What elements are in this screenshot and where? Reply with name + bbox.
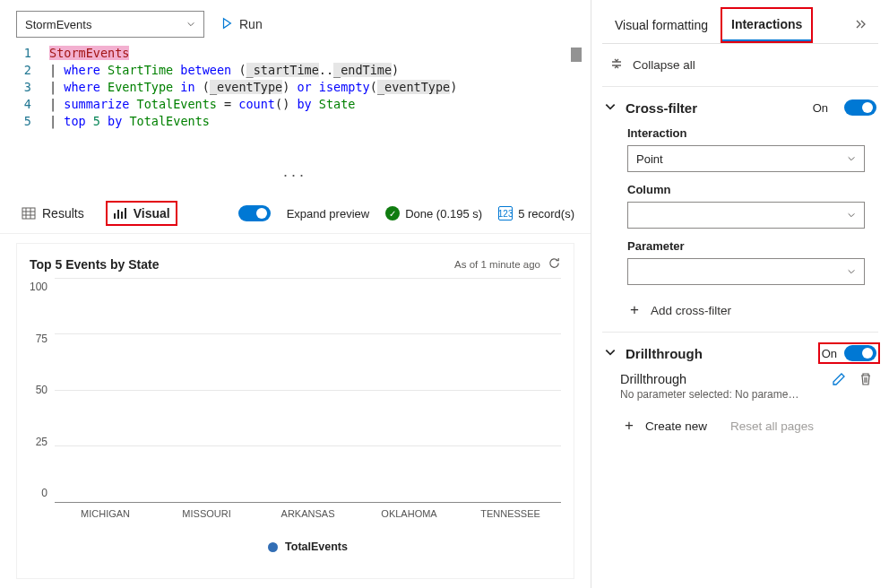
run-label: Run	[239, 17, 263, 31]
highlight-box: On	[818, 342, 880, 364]
item-title: Drillthrough	[620, 372, 824, 386]
add-cross-filter-button[interactable]: + Add cross-filter	[627, 301, 878, 319]
line-number: 4	[9, 96, 49, 113]
chart-title: Top 5 Events by State	[30, 257, 159, 272]
chart-asof: As of 1 minute ago	[454, 256, 561, 272]
records-text: 5 record(s)	[518, 207, 574, 220]
plus-icon: +	[622, 417, 636, 435]
x-axis-label: ARKANSAS	[257, 508, 358, 519]
right-panel: Visual formatting Interactions Collapse …	[591, 0, 889, 588]
editor-scrollbar[interactable]	[571, 48, 582, 62]
table-icon	[22, 206, 36, 220]
tab-label: Results	[42, 206, 84, 220]
item-subtitle: No parameter selected: No parameter...	[620, 388, 799, 401]
x-axis-label: MICHIGAN	[55, 508, 156, 519]
line-number: 5	[9, 113, 49, 130]
run-button[interactable]: Run	[220, 17, 263, 32]
field-label: Parameter	[627, 239, 878, 253]
tab-visual-formatting[interactable]: Visual formatting	[606, 10, 717, 40]
tab-visual[interactable]: Visual	[108, 203, 176, 224]
field-label: Column	[627, 183, 878, 196]
create-new-button[interactable]: + Create new	[622, 417, 707, 435]
field-label: Interaction	[627, 126, 878, 140]
code-text: | summarize TotalEvents = count() by Sta…	[49, 96, 355, 113]
scope-value: StormEvents	[25, 18, 91, 31]
resize-handle-icon[interactable]: ···	[9, 166, 582, 185]
section-drillthrough: Drillthrough On Drillthrough No paramete…	[602, 332, 878, 447]
reset-pages-button[interactable]: Reset all pages	[730, 419, 814, 433]
drillthrough-item: Drillthrough No parameter selected: No p…	[620, 372, 878, 401]
parameter-dropdown[interactable]	[627, 258, 865, 285]
tab-results[interactable]: Results	[16, 203, 90, 224]
chevron-down-icon	[847, 154, 856, 163]
code-text: StormEvents	[49, 45, 129, 62]
line-number: 1	[9, 45, 49, 62]
line-number: 2	[9, 62, 49, 79]
tab-label: Visual	[134, 206, 170, 220]
plot	[55, 279, 561, 503]
refresh-icon[interactable]	[548, 256, 561, 272]
section-title: Drillthrough	[626, 346, 813, 361]
chart-card: Top 5 Events by State As of 1 minute ago…	[16, 243, 574, 579]
interaction-dropdown[interactable]: Point	[627, 145, 865, 172]
y-axis: 100 75 50 25 0	[30, 281, 55, 499]
section-cross-filter: Cross-filter On Interaction Point Column…	[602, 86, 878, 332]
chevron-down-icon	[847, 267, 856, 276]
x-axis-label: MISSOURI	[156, 508, 257, 519]
chevron-down-icon[interactable]	[604, 346, 617, 361]
status-text: Done (0.195 s)	[405, 207, 482, 220]
collapse-label: Collapse all	[633, 58, 695, 72]
chart-plot-area: 100 75 50 25 0 MICHIGANMISSOURIARKANSASO…	[30, 279, 561, 571]
chevron-down-icon	[186, 20, 195, 29]
action-label: Add cross-filter	[651, 304, 731, 317]
expand-label: Expand preview	[287, 207, 370, 220]
code-text: | where StartTime between (_startTime.._…	[49, 62, 399, 79]
tab-interactions[interactable]: Interactions	[722, 9, 811, 41]
records-icon: 123	[498, 206, 513, 220]
drillthrough-toggle[interactable]	[844, 345, 876, 361]
chevron-down-icon	[847, 211, 856, 220]
line-number: 3	[9, 79, 49, 96]
code-editor[interactable]: 1StormEvents 2| where StartTime between …	[0, 45, 591, 194]
play-icon	[220, 17, 233, 32]
record-count: 123 5 record(s)	[498, 206, 574, 220]
cross-filter-toggle[interactable]	[844, 99, 876, 116]
toggle-label: On	[822, 347, 837, 360]
chevron-down-icon[interactable]	[604, 100, 617, 116]
more-icon[interactable]	[846, 10, 875, 41]
svg-rect-0	[22, 208, 35, 219]
edit-icon[interactable]	[832, 372, 851, 389]
collapse-all-button[interactable]: Collapse all	[602, 44, 878, 86]
query-status: ✓ Done (0.195 s)	[385, 206, 482, 220]
x-axis-label: OKLAHOMA	[358, 508, 460, 519]
highlight-box: Interactions	[721, 7, 813, 43]
query-toolbar: StormEvents Run	[0, 0, 591, 45]
check-icon: ✓	[385, 206, 400, 220]
expand-toggle[interactable]	[238, 205, 271, 221]
chart-icon	[113, 206, 127, 220]
results-header: Results Visual Expand preview ✓ Done (0.…	[0, 194, 591, 234]
select-value: Point	[636, 152, 663, 166]
legend-label: TotalEvents	[285, 540, 348, 553]
right-panel-tabs: Visual formatting Interactions	[602, 0, 878, 44]
column-dropdown[interactable]	[627, 202, 865, 229]
code-text: | top 5 by TotalEvents	[49, 113, 210, 130]
scope-dropdown[interactable]: StormEvents	[16, 11, 204, 38]
legend-swatch	[268, 542, 278, 552]
plus-icon: +	[627, 301, 642, 319]
toggle-label: On	[813, 101, 828, 115]
section-title: Cross-filter	[626, 100, 804, 116]
x-axis-label: TENNESSEE	[460, 508, 561, 519]
collapse-icon	[609, 56, 624, 74]
left-panel: StormEvents Run 1StormEvents 2| where St…	[0, 0, 591, 588]
chart-legend: TotalEvents	[55, 540, 561, 553]
code-text: | where EventType in (_eventType) or ise…	[49, 79, 457, 96]
delete-icon[interactable]	[859, 372, 878, 389]
highlight-box: Visual	[106, 201, 177, 226]
action-label: Create new	[645, 419, 707, 433]
